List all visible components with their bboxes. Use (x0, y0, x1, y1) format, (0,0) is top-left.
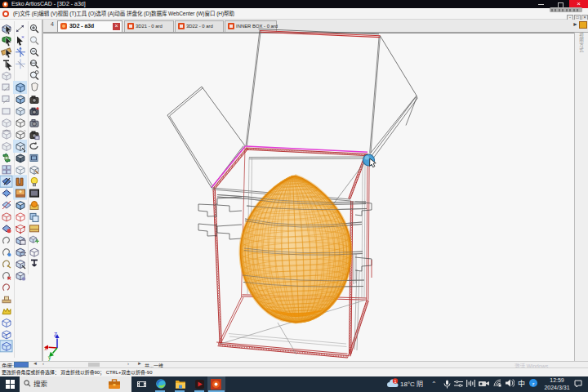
svg-text:Z: Z (54, 332, 57, 337)
